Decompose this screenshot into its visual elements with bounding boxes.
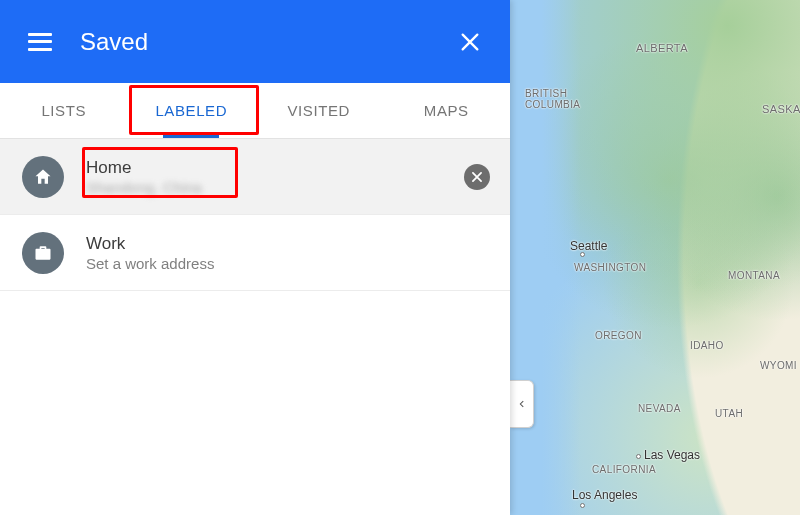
menu-icon[interactable]	[26, 28, 54, 56]
briefcase-icon	[22, 232, 64, 274]
map-view[interactable]: ALBERTA BRITISH COLUMBIA SASKA WASHINGTO…	[510, 0, 800, 515]
map-region-label: MONTANA	[728, 270, 780, 281]
tab-maps[interactable]: MAPS	[383, 83, 511, 138]
labeled-item-home[interactable]: Home Shandong, China	[0, 139, 510, 215]
city-label: Seattle	[570, 239, 607, 253]
map-region-label: WYOMI	[760, 360, 797, 371]
chevron-left-icon	[517, 397, 527, 411]
map-region-label: WASHINGTON	[574, 262, 646, 273]
collapse-panel-button[interactable]	[510, 380, 534, 428]
close-icon	[459, 31, 481, 53]
map-region-label: IDAHO	[690, 340, 724, 351]
city-label: Los Angeles	[572, 488, 637, 502]
clear-home-button[interactable]	[464, 164, 490, 190]
labeled-item-label: Home	[86, 157, 464, 178]
city-dot	[580, 503, 585, 508]
labeled-item-texts: Work Set a work address	[86, 233, 490, 272]
map-region-label: SASKA	[762, 103, 800, 115]
city-dot	[636, 454, 641, 459]
header-bar: Saved	[0, 0, 510, 83]
map-coast	[510, 0, 580, 515]
page-title: Saved	[80, 28, 450, 56]
map-region-label: ALBERTA	[636, 42, 688, 54]
labeled-item-work[interactable]: Work Set a work address	[0, 215, 510, 291]
home-icon	[22, 156, 64, 198]
labeled-item-label: Work	[86, 233, 490, 254]
labeled-item-sub: Set a work address	[86, 255, 490, 272]
close-button[interactable]	[450, 22, 490, 62]
map-region-label: BRITISH COLUMBIA	[525, 88, 580, 110]
tab-visited[interactable]: VISITED	[255, 83, 383, 138]
map-region-label: CALIFORNIA	[592, 464, 656, 475]
labeled-item-sub: Shandong, China	[86, 179, 464, 196]
map-region-label: OREGON	[595, 330, 642, 341]
tabs-bar: LISTS LABELED VISITED MAPS	[0, 83, 510, 139]
labeled-item-texts: Home Shandong, China	[86, 157, 464, 196]
saved-panel: Saved LISTS LABELED VISITED MAPS Home Sh…	[0, 0, 510, 515]
labeled-list: Home Shandong, China Work Set a work add…	[0, 139, 510, 515]
map-region-label: NEVADA	[638, 403, 681, 414]
city-label: Las Vegas	[644, 448, 700, 462]
tab-lists[interactable]: LISTS	[0, 83, 128, 138]
close-icon	[470, 170, 484, 184]
map-region-label: UTAH	[715, 408, 743, 419]
tab-labeled[interactable]: LABELED	[128, 83, 256, 138]
